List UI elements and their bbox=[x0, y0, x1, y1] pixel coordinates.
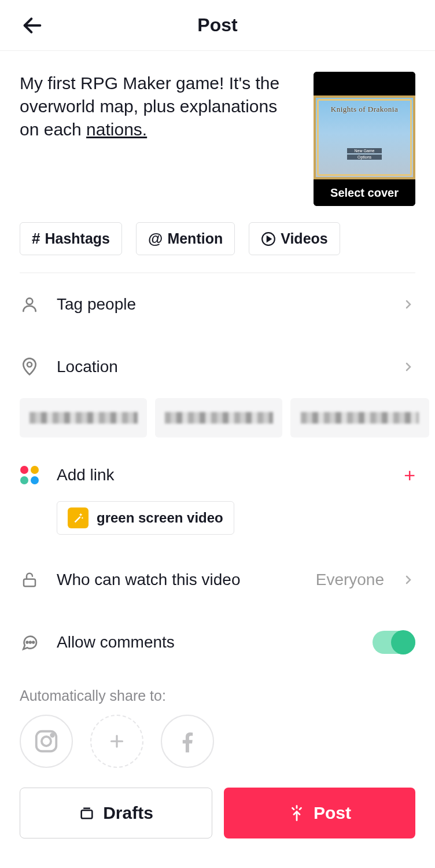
chevron-right-icon bbox=[401, 573, 415, 587]
svg-point-11 bbox=[51, 734, 54, 737]
svg-point-6 bbox=[27, 642, 28, 643]
allow-comments-row: Allow comments bbox=[20, 611, 415, 674]
share-add-button[interactable] bbox=[90, 715, 143, 768]
comment-icon bbox=[20, 633, 39, 652]
location-suggestion-chip[interactable] bbox=[20, 398, 147, 437]
tag-people-row[interactable]: Tag people bbox=[20, 273, 415, 336]
location-suggestions bbox=[0, 398, 435, 449]
svg-marker-2 bbox=[267, 236, 271, 241]
svg-rect-14 bbox=[82, 810, 93, 818]
header: Post bbox=[0, 0, 435, 51]
caption-text: My first RPG Maker game! It's the overwo… bbox=[20, 73, 279, 139]
share-section-label: Automatically share to: bbox=[20, 674, 415, 715]
drafts-label: Drafts bbox=[103, 803, 153, 823]
share-instagram-button[interactable] bbox=[20, 715, 73, 768]
effect-label: green screen video bbox=[97, 510, 223, 526]
page-title: Post bbox=[197, 14, 237, 36]
svg-point-8 bbox=[32, 642, 34, 643]
post-label: Post bbox=[314, 803, 351, 823]
caption-chip-row: # Hashtags @ Mention Videos bbox=[20, 222, 415, 273]
play-circle-icon bbox=[261, 231, 276, 247]
caption-row: My first RPG Maker game! It's the overwo… bbox=[20, 51, 415, 222]
hashtags-chip-label: Hashtags bbox=[45, 230, 110, 247]
cover-thumbnail[interactable]: Knights of Drakonia New Game Options Sel… bbox=[314, 72, 415, 206]
bottom-buttons: Drafts Post bbox=[20, 788, 415, 838]
select-cover-label: Select cover bbox=[314, 179, 415, 206]
person-icon bbox=[20, 295, 39, 314]
post-button[interactable]: Post bbox=[224, 788, 415, 838]
tag-people-label: Tag people bbox=[57, 295, 384, 314]
svg-line-18 bbox=[292, 808, 294, 810]
back-button[interactable] bbox=[20, 13, 45, 38]
hashtags-chip[interactable]: # Hashtags bbox=[20, 222, 122, 255]
plus-circle-icon bbox=[106, 730, 128, 752]
add-link-label: Add link bbox=[57, 466, 386, 484]
chevron-right-icon bbox=[401, 360, 415, 374]
location-suggestion-chip[interactable] bbox=[155, 398, 282, 437]
svg-point-4 bbox=[27, 362, 32, 367]
location-label: Location bbox=[57, 358, 384, 376]
instagram-icon bbox=[33, 728, 60, 755]
chevron-right-icon bbox=[401, 297, 415, 311]
green-screen-video-chip[interactable]: green screen video bbox=[57, 501, 234, 535]
plus-icon[interactable]: + bbox=[404, 465, 415, 485]
svg-rect-5 bbox=[24, 579, 35, 587]
add-link-row[interactable]: Add link + bbox=[20, 449, 415, 501]
privacy-value: Everyone bbox=[316, 571, 384, 589]
privacy-label: Who can watch this video bbox=[57, 571, 298, 589]
share-facebook-button[interactable] bbox=[161, 715, 214, 768]
hash-icon: # bbox=[32, 230, 40, 248]
videos-chip-label: Videos bbox=[281, 230, 328, 247]
cover-game-title: Knights of Drakonia bbox=[316, 105, 413, 114]
magic-wand-icon bbox=[68, 507, 89, 528]
at-icon: @ bbox=[148, 230, 163, 248]
back-arrow-icon bbox=[21, 14, 44, 37]
lock-open-icon bbox=[21, 570, 38, 590]
allow-comments-label: Allow comments bbox=[57, 633, 355, 652]
drafts-icon bbox=[79, 805, 95, 821]
allow-comments-toggle[interactable] bbox=[373, 631, 415, 654]
caption-input[interactable]: My first RPG Maker game! It's the overwo… bbox=[20, 72, 296, 141]
post-sparkle-icon bbox=[288, 804, 305, 822]
location-pin-icon bbox=[20, 357, 39, 377]
svg-line-19 bbox=[300, 808, 301, 810]
svg-point-7 bbox=[30, 642, 31, 643]
cover-menu-item: New Game bbox=[347, 148, 382, 153]
add-link-icon bbox=[20, 466, 39, 484]
drafts-button[interactable]: Drafts bbox=[20, 788, 212, 838]
facebook-icon bbox=[174, 728, 201, 755]
mention-chip-label: Mention bbox=[167, 230, 223, 247]
cover-menu-item: Options bbox=[347, 155, 382, 160]
svg-point-3 bbox=[27, 298, 33, 304]
svg-point-10 bbox=[42, 737, 51, 746]
cover-image: Knights of Drakonia New Game Options bbox=[314, 72, 415, 179]
caption-misspelled-word: nations. bbox=[86, 120, 147, 139]
privacy-row[interactable]: Who can watch this video Everyone bbox=[20, 549, 415, 611]
location-suggestion-chip[interactable] bbox=[290, 398, 429, 437]
share-row bbox=[20, 715, 415, 785]
videos-chip[interactable]: Videos bbox=[249, 222, 340, 255]
location-row[interactable]: Location bbox=[20, 336, 415, 398]
mention-chip[interactable]: @ Mention bbox=[136, 222, 235, 255]
